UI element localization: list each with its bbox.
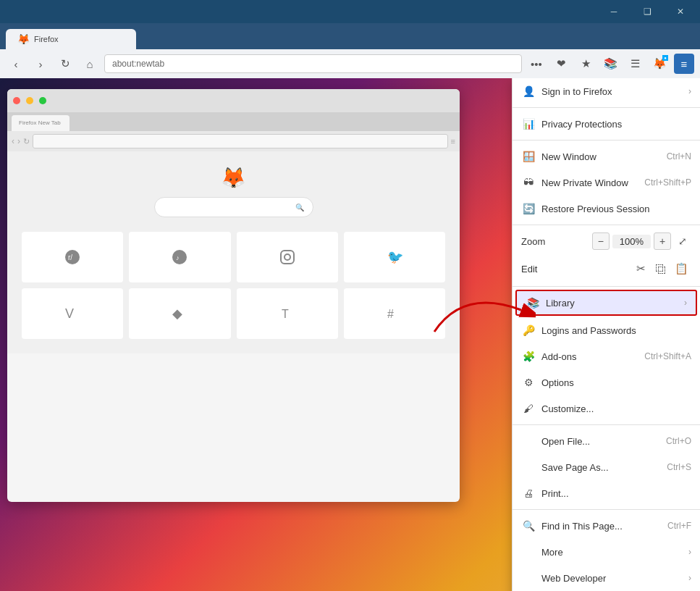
print-label: Print... <box>541 488 691 499</box>
home-button[interactable]: ⌂ <box>80 54 100 74</box>
addons-icon: 🧩 <box>521 351 536 362</box>
tab-bar: 🦊 Firefox <box>0 23 700 49</box>
cut-button[interactable]: ✂ <box>631 259 651 279</box>
find-shortcut: Ctrl+F <box>667 521 691 531</box>
bs-tile-spotify: ♪ <box>129 232 230 282</box>
divider-2 <box>513 140 700 141</box>
menu-item-save-page[interactable]: Save Page As... Ctrl+S <box>513 454 700 480</box>
sign-in-icon: 👤 <box>521 85 536 97</box>
reload-button[interactable]: ↻ <box>55 54 75 74</box>
bs-min-dot <box>26 97 33 104</box>
new-window-shortcut: Ctrl+N <box>667 151 691 162</box>
svg-text:T: T <box>282 308 289 320</box>
logins-label: Logins and Passwords <box>541 325 691 336</box>
menu-item-new-private[interactable]: 🕶 New Private Window Ctrl+Shift+P <box>513 169 700 196</box>
firefox-tab-icon: 🦊 <box>17 33 30 45</box>
menu-item-find[interactable]: 🔍 Find in This Page... Ctrl+F <box>513 513 700 539</box>
new-private-icon: 🕶 <box>521 177 536 188</box>
bs-tab: Firefox New Tab <box>12 115 69 131</box>
back-button[interactable]: ‹ <box>6 54 26 74</box>
menu-item-new-window[interactable]: 🪟 New Window Ctrl+N <box>513 143 700 169</box>
bookmark-button[interactable]: ★ <box>575 54 596 74</box>
divider-5 <box>513 424 700 425</box>
forward-button[interactable]: › <box>30 54 51 74</box>
maximize-button[interactable]: ❑ <box>631 0 664 23</box>
menu-item-addons[interactable]: 🧩 Add-ons Ctrl+Shift+A <box>513 343 700 369</box>
menu-item-logins[interactable]: 🔑 Logins and Passwords <box>513 317 700 343</box>
privacy-label: Privacy Protections <box>541 119 691 130</box>
open-file-label: Open File... <box>541 436 666 447</box>
zoom-row: Zoom − 100% + ⤢ <box>513 228 700 254</box>
active-tab[interactable]: 🦊 Firefox <box>6 29 136 49</box>
bs-content: 🦊 🔍 r/ ♪ 🐦 <box>7 151 460 353</box>
menu-item-print[interactable]: 🖨 Print... <box>513 480 700 506</box>
more-arrow: › <box>688 547 691 557</box>
print-icon: 🖨 <box>521 487 536 499</box>
menu-item-privacy[interactable]: 📊 Privacy Protections <box>513 111 700 137</box>
firefox-menu: 👤 Sign in to Firefox › 📊 Privacy Protect… <box>512 78 700 591</box>
svg-rect-4 <box>281 251 294 264</box>
svg-text:#: # <box>387 308 394 320</box>
customize-icon: 🖌 <box>521 403 536 414</box>
minimize-button[interactable]: ─ <box>597 0 631 23</box>
sign-in-label: Sign in to Firefox <box>541 86 686 97</box>
bs-address-bar <box>33 134 448 148</box>
paste-button[interactable]: 📋 <box>671 259 691 279</box>
svg-text:r/: r/ <box>68 253 72 261</box>
library-label: Library <box>546 298 681 309</box>
red-arrow-annotation <box>420 281 536 341</box>
bs-close-dot <box>13 97 20 104</box>
bs-tile-twitter: 🐦 <box>344 232 445 282</box>
hamburger-menu-button[interactable]: ≡ <box>674 54 694 74</box>
find-label: Find in This Page... <box>541 521 667 532</box>
zoom-label: Zoom <box>521 236 592 247</box>
new-private-label: New Private Window <box>541 177 644 188</box>
close-button[interactable]: ✕ <box>664 0 697 23</box>
library-button[interactable]: 📚 <box>600 54 620 74</box>
menu-item-sign-in[interactable]: 👤 Sign in to Firefox › <box>513 78 700 104</box>
bs-tile-dropbox: ◆ <box>129 288 230 339</box>
menu-item-customize[interactable]: 🖌 Customize... <box>513 395 700 422</box>
address-bar[interactable]: about:newtab <box>104 54 522 73</box>
bs-toolbar: ‹ › ↻ ≡ <box>7 131 460 151</box>
web-dev-arrow: › <box>688 573 691 583</box>
menu-item-options[interactable]: ⚙ Options <box>513 369 700 395</box>
bs-tile-nytimes: T <box>237 288 338 339</box>
bs-search-icon: 🔍 <box>295 204 304 211</box>
reader-button[interactable]: ☰ <box>625 54 645 74</box>
browser-screenshot: Firefox New Tab ‹ › ↻ ≡ 🦊 🔍 r/ <box>7 89 460 502</box>
menu-item-open-file[interactable]: Open File... Ctrl+O <box>513 428 700 454</box>
menu-item-web-dev[interactable]: Web Developer › <box>513 565 700 591</box>
main-content-area: Firefox New Tab ‹ › ↻ ≡ 🦊 🔍 r/ <box>0 78 700 591</box>
svg-text:◆: ◆ <box>172 306 182 321</box>
restore-icon: 🔄 <box>521 203 536 214</box>
bs-tile-instagram <box>237 232 338 282</box>
save-page-shortcut: Ctrl+S <box>667 462 691 472</box>
addons-shortcut: Ctrl+Shift+A <box>644 351 691 361</box>
sign-in-arrow: › <box>688 86 691 96</box>
web-dev-label: Web Developer <box>541 573 686 584</box>
pocket-button[interactable]: ❤ <box>551 54 571 74</box>
zoom-minus-button[interactable]: − <box>592 232 610 250</box>
copy-button[interactable]: ⿻ <box>651 259 671 279</box>
browser-toolbar: ‹ › ↻ ⌂ about:newtab ••• ❤ ★ 📚 ☰ 🦊 ● ≡ <box>0 49 700 78</box>
account-button[interactable]: 🦊 ● <box>649 54 670 74</box>
options-icon: ⚙ <box>521 377 536 388</box>
zoom-value: 100% <box>612 235 651 248</box>
bs-tab-bar: Firefox New Tab <box>7 112 460 131</box>
edit-label: Edit <box>521 264 631 274</box>
options-label: Options <box>541 377 691 388</box>
bs-tiles-grid: r/ ♪ 🐦 V ◆ T <box>22 232 445 339</box>
dots-menu-button[interactable]: ••• <box>526 54 547 74</box>
zoom-plus-button[interactable]: + <box>654 232 671 250</box>
svg-text:🐦: 🐦 <box>387 249 403 265</box>
zoom-expand-button[interactable]: ⤢ <box>674 232 691 250</box>
menu-item-library[interactable]: 📚 Library › <box>515 290 697 316</box>
menu-item-more[interactable]: More › <box>513 539 700 565</box>
title-bar: ─ ❑ ✕ <box>0 0 700 23</box>
privacy-icon: 📊 <box>521 118 536 130</box>
restore-label: Restore Previous Session <box>541 204 691 214</box>
bs-firefox-logo: 🦊 <box>221 166 246 190</box>
library-arrow: › <box>684 298 687 308</box>
menu-item-restore[interactable]: 🔄 Restore Previous Session <box>513 196 700 222</box>
